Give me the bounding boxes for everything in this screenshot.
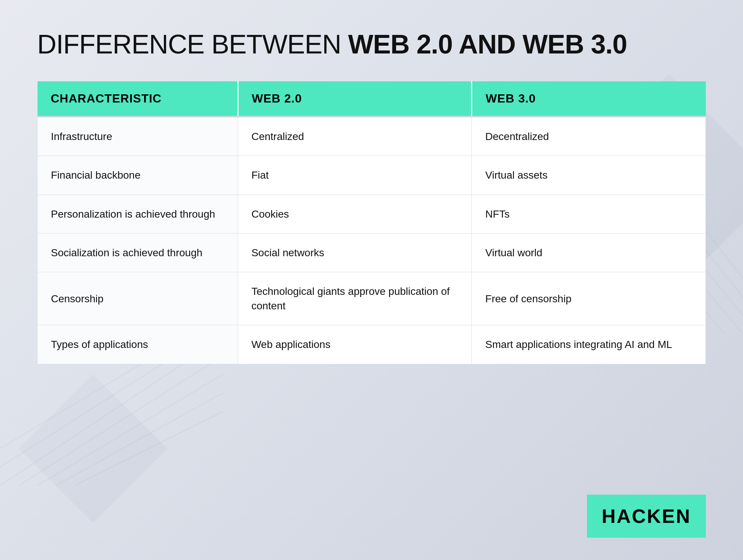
header-web2: WEB 2.0 [238, 81, 472, 117]
table-row: CensorshipTechnological giants approve p… [38, 272, 706, 325]
cell-web3-5: Smart applications integrating AI and ML [472, 325, 706, 364]
logo-text: HACKEN [602, 505, 691, 527]
cell-web3-1: Virtual assets [472, 156, 706, 195]
cell-web2-5: Web applications [238, 325, 472, 364]
cell-characteristic-4: Censorship [38, 272, 238, 325]
cell-web3-0: Decentralized [472, 117, 706, 156]
cell-characteristic-3: Socialization is achieved through [38, 233, 238, 272]
svg-line-4 [74, 411, 223, 486]
table-row: Personalization is achieved throughCooki… [38, 195, 706, 233]
cell-web2-0: Centralized [238, 117, 472, 156]
cell-characteristic-2: Personalization is achieved through [38, 195, 238, 233]
cell-characteristic-1: Financial backbone [38, 156, 238, 195]
cell-web3-4: Free of censorship [472, 272, 706, 325]
cell-web2-1: Fiat [238, 156, 472, 195]
svg-line-3 [56, 393, 223, 486]
table-row: Socialization is achieved throughSocial … [38, 233, 706, 272]
page-title: DIFFERENCE BETWEEN WEB 2.0 AND WEB 3.0 [37, 30, 706, 59]
header-characteristic: CHARACTERISTIC [38, 81, 238, 117]
table-row: InfrastructureCentralizedDecentralized [38, 117, 706, 156]
table-row: Financial backboneFiatVirtual assets [38, 156, 706, 195]
header-web3: WEB 3.0 [472, 81, 706, 117]
cell-characteristic-0: Infrastructure [38, 117, 238, 156]
cell-characteristic-5: Types of applications [38, 325, 238, 364]
main-container: DIFFERENCE BETWEEN WEB 2.0 AND WEB 3.0 C… [0, 0, 743, 387]
table-header-row: CHARACTERISTIC WEB 2.0 WEB 3.0 [38, 81, 706, 117]
table-row: Types of applicationsWeb applicationsSma… [38, 325, 706, 364]
cell-web2-4: Technological giants approve publication… [238, 272, 472, 325]
title-normal-text: DIFFERENCE BETWEEN [37, 29, 348, 59]
cell-web2-3: Social networks [238, 233, 472, 272]
cell-web3-3: Virtual world [472, 233, 706, 272]
logo-container: HACKEN [587, 495, 706, 538]
comparison-table: CHARACTERISTIC WEB 2.0 WEB 3.0 Infrastru… [37, 81, 706, 364]
title-bold-text: WEB 2.0 AND WEB 3.0 [348, 29, 627, 59]
cell-web2-2: Cookies [238, 195, 472, 233]
cell-web3-2: NFTs [472, 195, 706, 233]
svg-line-2 [37, 374, 223, 486]
